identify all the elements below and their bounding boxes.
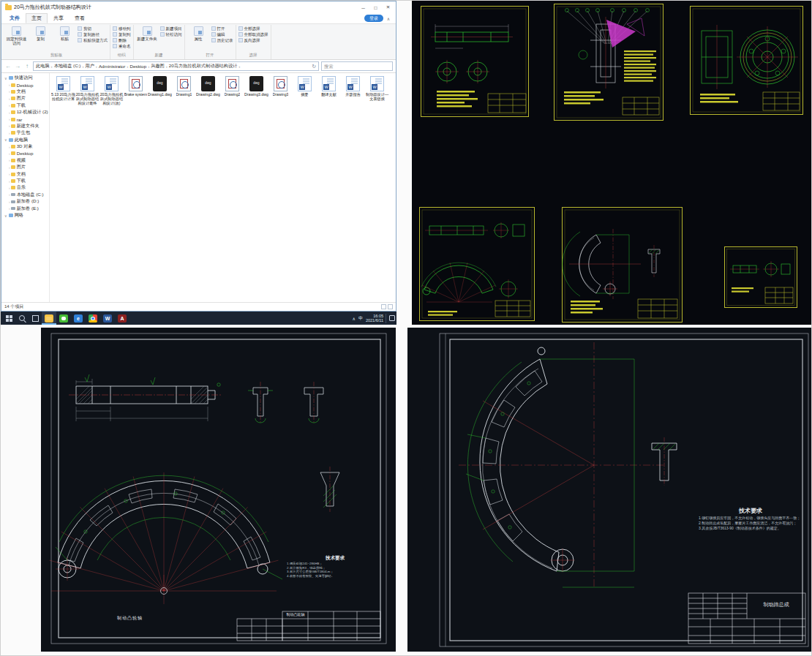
ribbon-small-button[interactable]: 移动到: [113, 26, 131, 31]
sidebar-item[interactable]: 学生包: [1, 129, 49, 136]
sidebar-item[interactable]: 新加卷 (D:): [1, 198, 49, 205]
ribbon-small-button[interactable]: 重命名: [113, 43, 131, 49]
sidebar-item[interactable]: 3D 对象: [1, 143, 49, 150]
ribbon-button[interactable]: 粘贴: [53, 26, 76, 45]
ribbon-small-button[interactable]: 删除: [113, 37, 131, 43]
ribbon-small-button[interactable]: 粘贴快捷方式: [78, 37, 108, 43]
sidebar-item[interactable]: 文档: [1, 170, 49, 177]
ribbon-small-button[interactable]: 反向选择: [238, 37, 268, 43]
sheet-camshaft[interactable]: [421, 6, 529, 117]
search-input[interactable]: [321, 61, 393, 71]
task-view-button[interactable]: [29, 312, 42, 325]
file-item[interactable]: Drawing3.dwg: [244, 76, 268, 105]
taskbar-app-wechat[interactable]: [56, 312, 71, 325]
sheet-brake-shoe[interactable]: [562, 207, 683, 323]
sidebar-item[interactable]: 新建文件夹: [1, 123, 49, 129]
ime-indicator[interactable]: 中: [358, 315, 363, 322]
taskbar-search-button[interactable]: [15, 312, 29, 325]
file-item[interactable]: Drawing1: [172, 76, 196, 105]
breadcrumb-item[interactable]: 20马力拖拉机鼓式制动器结构设计: [169, 63, 242, 69]
ribbon-button[interactable]: 属性: [187, 26, 210, 41]
tab-share[interactable]: 共享: [48, 14, 69, 23]
breadcrumb-item[interactable]: 兴趣图: [151, 63, 169, 69]
minimize-button[interactable]: ─: [357, 1, 369, 13]
tab-file[interactable]: 文件: [4, 14, 25, 23]
address-box[interactable]: 此电脑本地磁盘 (C:)用户AdministratorDesktop兴趣图20马…: [33, 61, 319, 71]
ribbon-small-button[interactable]: 历史记录: [211, 37, 233, 43]
ribbon-small-button[interactable]: 剪切: [78, 26, 108, 31]
ribbon-button[interactable]: 固定到快速访问: [5, 26, 28, 45]
breadcrumb-item[interactable]: Administrator: [99, 64, 130, 69]
sidebar-item[interactable]: 网络: [1, 212, 49, 219]
sidebar-item[interactable]: 图片: [1, 164, 49, 170]
file-item[interactable]: 摘要: [293, 76, 317, 105]
file-item[interactable]: 翻译文献: [317, 76, 341, 105]
ribbon-small-button[interactable]: 复制路径: [78, 31, 108, 37]
tab-home[interactable]: 主页: [26, 13, 48, 23]
tray-chevron-icon[interactable]: ∧: [353, 316, 356, 321]
file-item[interactable]: 制动器设计—文表链接: [365, 76, 389, 105]
sidebar-item[interactable]: rar: [1, 116, 49, 122]
file-item[interactable]: Drawing2: [220, 76, 244, 105]
sidebar-item[interactable]: 本地磁盘 (C:): [1, 192, 49, 198]
taskbar-app-chrome[interactable]: [86, 312, 100, 325]
sheet-small-part[interactable]: [724, 246, 797, 308]
taskbar-app-word[interactable]: [100, 312, 115, 325]
up-icon[interactable]: ↑: [23, 63, 31, 69]
sidebar-item[interactable]: 视频: [1, 157, 49, 164]
title-bar[interactable]: 20马力拖拉机鼓式制动器结构设计 ─ □ ✕: [1, 1, 396, 13]
ribbon-small-button[interactable]: 全部选择: [238, 26, 268, 31]
ribbon-small-button[interactable]: 轻松访问: [160, 31, 182, 37]
ribbon-small-button[interactable]: 全部取消选择: [238, 31, 268, 37]
taskbar-clock[interactable]: 16:05 2021/6/11: [366, 314, 386, 323]
breadcrumb-item[interactable]: 本地磁盘 (C:): [54, 63, 86, 69]
ribbon-small-button[interactable]: 编辑: [211, 31, 233, 37]
sidebar-item[interactable]: 图片: [1, 95, 49, 102]
file-item[interactable]: 20马力拖拉机鼓式制动器结构设计(改): [99, 76, 124, 105]
sidebar-item[interactable]: 新加卷 (E:): [1, 205, 49, 211]
titlebar-login-badge[interactable]: 登录: [364, 15, 383, 22]
sidebar-item[interactable]: 音乐: [1, 184, 49, 191]
sidebar-item[interactable]: Desktop: [1, 150, 49, 157]
cad-multi-sheet-view[interactable]: [412, 1, 812, 325]
sidebar-item[interactable]: 快速访问: [1, 75, 49, 81]
sidebar-item[interactable]: 下载: [1, 178, 49, 184]
taskbar-app-explorer[interactable]: [42, 312, 56, 325]
breadcrumb-item[interactable]: 此电脑: [36, 63, 54, 69]
close-button[interactable]: ✕: [382, 1, 394, 13]
file-item[interactable]: Brake system: [124, 76, 148, 105]
maximize-button[interactable]: □: [369, 1, 382, 13]
ribbon-button[interactable]: 新建文件夹: [136, 26, 159, 41]
file-item[interactable]: 开题报告: [341, 76, 365, 105]
view-toggle-icons[interactable]: [381, 304, 393, 309]
breadcrumb-item[interactable]: 用户: [85, 63, 98, 69]
sidebar-item[interactable]: 12-机械设计 (2): [1, 109, 49, 116]
forward-icon[interactable]: →: [14, 63, 21, 69]
refresh-icon[interactable]: ↻: [312, 64, 316, 69]
file-item[interactable]: 5.13 20马力拖拉机设计计算: [51, 76, 75, 105]
sidebar-item[interactable]: 文档: [1, 88, 49, 95]
sheet-assembly[interactable]: [554, 4, 663, 121]
back-icon[interactable]: ←: [4, 63, 12, 69]
ribbon-small-button[interactable]: 打开: [211, 26, 233, 31]
cad-drawing-brake-shoe-sheet[interactable]: 技术要求 1.铆钉铆接后应牢固，不允许松动，铆接头应与蹄面平齐一致；2.制动蹄总…: [407, 328, 812, 652]
sheet-brake-drum[interactable]: [690, 6, 803, 115]
tab-view[interactable]: 查看: [69, 14, 90, 23]
start-button[interactable]: [2, 312, 15, 325]
file-item[interactable]: Drawing2.dwg: [196, 76, 220, 105]
ribbon-collapse-icon[interactable]: ∧: [384, 16, 393, 21]
file-item[interactable]: 20马力拖拉机鼓式制动器结构设计最终: [75, 76, 99, 105]
file-item[interactable]: Drawing3: [268, 76, 293, 105]
file-list[interactable]: 5.13 20马力拖拉机设计计算 20马力拖拉机鼓式制动器结构设计最终 20马力…: [50, 73, 396, 302]
sidebar-item[interactable]: 此电脑: [1, 137, 49, 143]
cad-drawing-camshaft-sheet[interactable]: 技术要求 1.调质处理241~286HB；2.未注圆角R3，锐边倒钝；3.未注尺…: [41, 328, 396, 652]
file-item[interactable]: Drawing1.dwg: [148, 76, 172, 105]
sidebar-item[interactable]: Desktop: [1, 81, 49, 88]
ribbon-small-button[interactable]: 复制到: [113, 31, 131, 37]
sidebar-item[interactable]: 下载: [1, 102, 49, 109]
sheet-cam-and-shoe[interactable]: [419, 207, 535, 321]
ribbon-small-button[interactable]: 新建项目: [160, 26, 182, 31]
breadcrumb-item[interactable]: Desktop: [129, 64, 151, 69]
taskbar-app-cad[interactable]: [115, 312, 129, 325]
taskbar-app-edge[interactable]: [71, 312, 86, 325]
